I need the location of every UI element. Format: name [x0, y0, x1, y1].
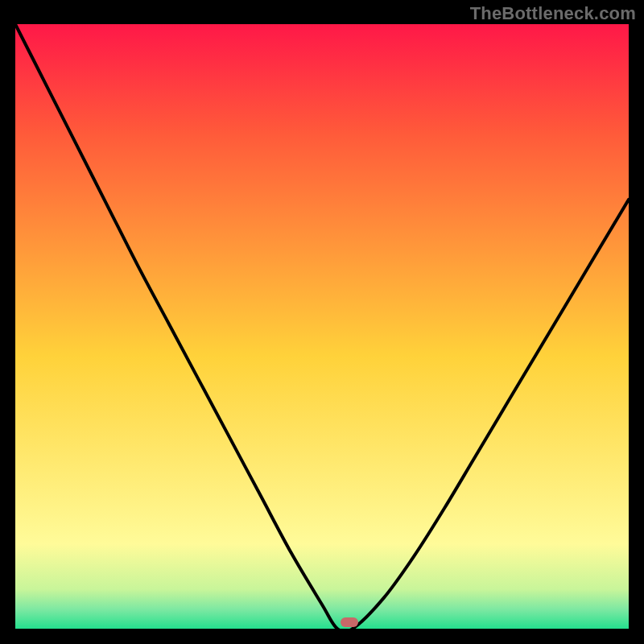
chart-frame: TheBottleneck.com: [0, 0, 644, 644]
plot-background: [15, 24, 629, 629]
plot-svg: [15, 24, 629, 629]
data-marker: [341, 617, 358, 627]
plot-area: [15, 24, 629, 629]
watermark-text: TheBottleneck.com: [470, 3, 636, 24]
